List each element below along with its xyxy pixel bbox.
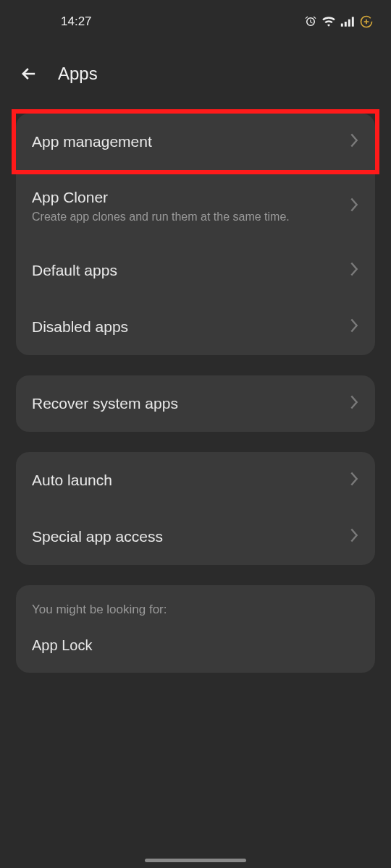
row-special-app-access[interactable]: Special app access [16,509,375,565]
chevron-right-icon [349,261,359,280]
row-title: Auto launch [32,472,342,489]
suggestion-card: You might be looking for: App Lock [16,585,375,673]
svg-rect-1 [345,22,347,27]
suggestion-item-app-lock[interactable]: App Lock [32,637,359,654]
back-button[interactable] [17,62,41,85]
status-icons [304,14,374,29]
suggestion-label: You might be looking for: [32,603,359,617]
chevron-right-icon [349,527,359,546]
row-disabled-apps[interactable]: Disabled apps [16,299,375,355]
chevron-right-icon [349,197,359,216]
page-header: Apps [0,41,391,100]
page-title: Apps [58,64,98,84]
status-bar: 14:27 [0,0,391,41]
alarm-icon [304,15,317,28]
row-title: App management [32,133,342,150]
row-title: Disabled apps [32,318,342,336]
svg-rect-3 [352,17,354,26]
svg-rect-0 [341,24,343,27]
chevron-right-icon [349,132,359,151]
row-title: Recover system apps [32,395,342,412]
signal-icon [340,16,355,27]
chevron-right-icon [349,394,359,413]
row-default-apps[interactable]: Default apps [16,242,375,299]
row-subtitle: Create app clones and run them at the sa… [32,210,342,224]
home-indicator[interactable] [145,859,246,862]
settings-group-2: Recover system apps [16,375,375,432]
settings-group-3: Auto launch Special app access [16,452,375,565]
row-title: Special app access [32,528,342,545]
settings-group-1: App management App Cloner Create app clo… [16,107,375,355]
svg-rect-2 [348,20,350,27]
chevron-right-icon [349,471,359,490]
wifi-icon [321,16,336,27]
content: App management App Cloner Create app clo… [0,100,391,673]
status-time: 14:27 [17,14,92,29]
chevron-right-icon [349,318,359,336]
row-app-cloner[interactable]: App Cloner Create app clones and run the… [16,170,375,242]
battery-icon [359,14,374,29]
highlight-box: App management [12,109,379,174]
row-title: App Cloner [32,189,342,206]
row-title: Default apps [32,262,342,279]
row-recover-system-apps[interactable]: Recover system apps [16,375,375,432]
row-app-management[interactable]: App management [16,114,375,170]
row-auto-launch[interactable]: Auto launch [16,452,375,509]
